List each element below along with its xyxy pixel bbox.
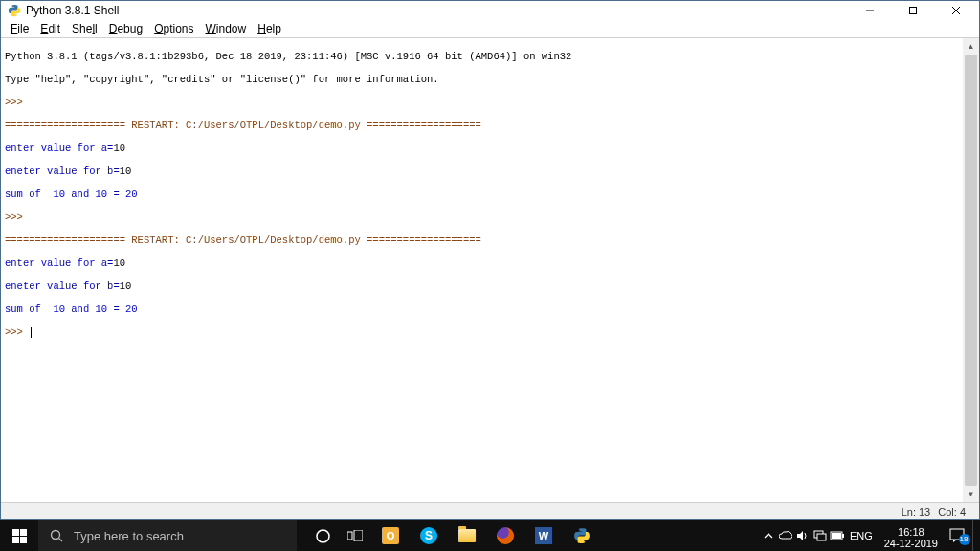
show-desktop-button[interactable] [972,520,978,551]
taskbar-word-icon[interactable]: W [524,520,563,551]
vertical-scrollbar[interactable]: ▲ ▼ [963,38,979,502]
start-button[interactable] [0,520,38,551]
svg-rect-1 [909,8,916,14]
scroll-thumb[interactable] [965,55,977,486]
svg-rect-7 [347,532,352,540]
svg-point-4 [52,530,60,539]
menubar: File Edit Shell Debug Options Window Hel… [1,20,979,38]
tray-onedrive-icon[interactable] [777,520,794,551]
shell-banner-line: Python 3.8.1 (tags/v3.8.1:1b293b6, Dec 1… [5,51,975,62]
taskbar-idle-icon[interactable] [563,520,601,551]
window-title: Python 3.8.1 Shell [26,4,848,17]
status-col: Col: 4 [934,506,969,518]
tray-battery-icon[interactable] [829,520,846,551]
shell-output-line: sum of 10 and 10 = 20 [5,303,975,315]
menu-edit[interactable]: Edit [34,21,66,36]
tray-notifications-icon[interactable]: 18 [946,526,972,545]
window-controls [848,1,977,20]
taskbar-taskview-icon[interactable] [339,520,371,551]
folder-icon [458,529,476,542]
taskbar-explorer-icon[interactable] [448,520,486,551]
status-line: Ln: 13 [898,506,935,518]
menu-help[interactable]: Help [252,21,287,36]
shell-banner-line: Type "help", "copyright", "credits" or "… [5,74,975,85]
scroll-up-button[interactable]: ▲ [963,38,979,55]
tray-clock[interactable]: 16:18 24-12-2019 [877,523,946,549]
shell-input-line: eneter value for b=10 [5,165,975,177]
menu-file[interactable]: File [5,21,34,36]
tray-chevron-icon[interactable] [760,520,777,551]
scroll-track[interactable] [963,55,979,486]
tray-network-icon[interactable] [812,520,829,551]
svg-point-6 [317,530,329,542]
svg-line-5 [59,538,63,541]
skype-icon: S [420,527,437,544]
shell-input-line: eneter value for b=10 [5,280,975,292]
python-icon [573,527,590,544]
tray-date: 24-12-2019 [884,538,938,549]
shell-restart-line: ==================== RESTART: C:/Users/O… [5,234,975,246]
menu-debug[interactable]: Debug [103,21,148,36]
app-icon [7,3,22,18]
statusbar: Ln: 13 Col: 4 [1,502,979,519]
system-tray: ENG 16:18 24-12-2019 18 [760,520,980,551]
search-icon [50,529,64,543]
tray-notif-count: 18 [960,535,969,543]
shell-prompt: >>> [5,211,975,223]
taskbar: Type here to search O S W ENG 16:18 24-1… [0,520,980,551]
minimize-button[interactable] [848,1,891,20]
taskbar-skype-icon[interactable]: S [410,520,448,551]
taskbar-outlook-icon[interactable]: O [371,520,410,551]
svg-rect-13 [842,534,844,538]
taskbar-search[interactable]: Type here to search [38,520,297,551]
shell-input-line: enter value for a=10 [5,143,975,154]
taskbar-firefox-icon[interactable] [486,520,524,551]
shell-input-line: enter value for a=10 [5,257,975,269]
shell-prompt-current: >>> [5,326,975,338]
tray-time: 16:18 [884,526,938,538]
idle-shell-window: Python 3.8.1 Shell File Edit Shell Debug… [0,0,980,520]
titlebar[interactable]: Python 3.8.1 Shell [1,1,979,20]
svg-rect-14 [832,533,841,539]
maximize-button[interactable] [891,1,934,20]
menu-shell[interactable]: Shell [66,21,103,36]
word-icon: W [535,527,552,544]
scroll-down-button[interactable]: ▼ [963,486,979,502]
taskbar-app-icons: O S W [306,520,601,551]
tray-language[interactable]: ENG [846,530,877,541]
menu-options[interactable]: Options [148,21,199,36]
shell-prompt: >>> [5,97,975,108]
search-placeholder: Type here to search [74,529,184,543]
shell-output-line: sum of 10 and 10 = 20 [5,188,975,200]
shell-restart-line: ==================== RESTART: C:/Users/O… [5,120,975,131]
outlook-icon: O [382,527,399,544]
tray-volume-icon[interactable] [794,520,812,551]
windows-logo-icon [12,529,27,543]
menu-window[interactable]: Window [200,21,253,36]
shell-text-area[interactable]: Python 3.8.1 (tags/v3.8.1:1b293b6, Dec 1… [1,38,979,502]
svg-rect-11 [817,534,826,540]
svg-marker-9 [797,531,803,540]
close-button[interactable] [934,1,977,20]
text-cursor [31,327,32,338]
firefox-icon [497,527,514,544]
taskbar-cortana-icon[interactable] [306,520,339,551]
svg-rect-8 [354,530,363,541]
